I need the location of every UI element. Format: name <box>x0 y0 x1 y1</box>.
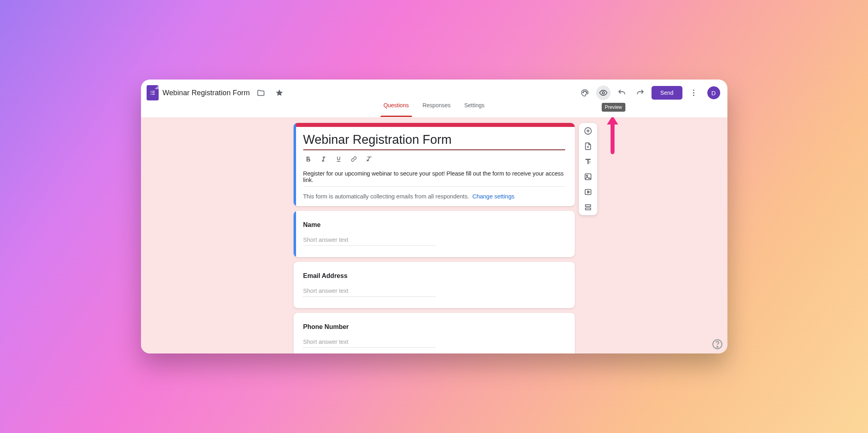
bold-icon <box>304 155 312 163</box>
form-canvas: Webinar Registration Form <box>141 117 727 353</box>
forms-icon <box>149 90 156 96</box>
format-toolbar <box>303 153 565 169</box>
question-answer-placeholder: Short answer text <box>303 288 436 297</box>
add-section-button[interactable] <box>583 202 593 212</box>
palette-icon <box>580 88 589 97</box>
eye-icon <box>599 88 608 97</box>
title-icon: T <box>584 157 592 166</box>
send-button[interactable]: Send <box>652 86 682 100</box>
star-icon <box>275 89 284 97</box>
question-title[interactable]: Name <box>303 221 565 229</box>
preview-tooltip: Preview <box>602 103 625 112</box>
help-icon <box>711 338 723 350</box>
italic-button[interactable] <box>319 155 327 163</box>
header-top-stripe <box>294 123 575 127</box>
link-icon <box>350 155 357 163</box>
header-left-stripe <box>294 123 296 206</box>
svg-point-12 <box>693 92 694 93</box>
link-button[interactable] <box>350 155 358 163</box>
svg-point-0 <box>150 91 151 92</box>
svg-rect-19 <box>585 205 590 207</box>
title-underline <box>303 149 565 150</box>
form-inner: Webinar Registration Form <box>294 123 575 353</box>
account-avatar[interactable]: D <box>707 86 720 99</box>
import-icon <box>584 142 592 151</box>
folder-icon <box>257 89 265 97</box>
redo-button[interactable] <box>633 86 647 100</box>
svg-point-22 <box>717 346 718 347</box>
question-answer-placeholder: Short answer text <box>303 339 436 348</box>
annotation-arrow <box>605 117 621 157</box>
section-icon <box>584 203 592 212</box>
add-title-button[interactable]: T <box>583 157 593 166</box>
svg-rect-5 <box>152 94 155 94</box>
import-questions-button[interactable] <box>583 141 593 151</box>
editor-tabs: Questions Responses Settings <box>141 102 727 117</box>
svg-point-7 <box>584 91 584 92</box>
form-header-card[interactable]: Webinar Registration Form <box>294 123 575 206</box>
customize-theme-button[interactable] <box>578 86 592 100</box>
tab-responses[interactable]: Responses <box>423 102 451 117</box>
app-window: Webinar Registration Form <box>141 80 727 353</box>
svg-point-9 <box>586 92 587 93</box>
undo-button[interactable] <box>615 86 629 100</box>
help-button[interactable] <box>711 338 723 350</box>
more-vertical-icon <box>689 88 698 97</box>
plus-circle-icon <box>584 127 592 135</box>
svg-rect-1 <box>152 91 155 91</box>
clear-format-button[interactable] <box>365 155 373 163</box>
svg-point-8 <box>585 91 586 92</box>
question-title[interactable]: Phone Number <box>303 323 565 331</box>
collect-emails-text: This form is automatically collecting em… <box>303 193 469 200</box>
question-title[interactable]: Email Address <box>303 272 565 280</box>
redo-icon <box>636 88 645 97</box>
svg-point-17 <box>586 175 587 176</box>
star-button[interactable] <box>272 86 287 100</box>
undo-icon <box>617 88 626 97</box>
image-icon <box>584 172 592 181</box>
tab-questions[interactable]: Questions <box>384 102 409 117</box>
question-answer-placeholder: Short answer text <box>303 237 436 246</box>
bold-button[interactable] <box>304 155 312 163</box>
underline-button[interactable] <box>335 155 343 163</box>
add-image-button[interactable] <box>583 172 593 182</box>
document-title[interactable]: Webinar Registration Form <box>163 89 250 97</box>
svg-point-2 <box>150 92 151 93</box>
underline-icon <box>335 155 342 163</box>
question-side-toolbar: T <box>579 123 597 215</box>
svg-text:T: T <box>588 161 590 165</box>
svg-point-4 <box>150 94 151 95</box>
preview-button[interactable] <box>596 86 611 100</box>
add-question-button[interactable] <box>583 126 593 136</box>
svg-point-13 <box>693 95 694 96</box>
svg-rect-20 <box>585 208 590 210</box>
question-card[interactable]: Phone Number Short answer text <box>294 313 575 353</box>
form-description-input[interactable]: Register for our upcoming webinar to sec… <box>303 169 565 186</box>
more-button[interactable] <box>686 86 701 100</box>
top-toolbar: Webinar Registration Form <box>141 80 727 102</box>
move-to-folder-button[interactable] <box>254 86 268 100</box>
clear-format-icon <box>366 155 373 163</box>
form-title-input[interactable]: Webinar Registration Form <box>303 131 565 149</box>
forms-logo[interactable] <box>147 85 159 100</box>
change-settings-link[interactable]: Change settings <box>472 193 515 200</box>
add-video-button[interactable] <box>583 187 593 197</box>
svg-point-10 <box>602 92 605 94</box>
tab-settings[interactable]: Settings <box>464 102 485 117</box>
svg-point-6 <box>583 92 584 93</box>
question-card[interactable]: Email Address Short answer text <box>294 262 575 308</box>
svg-rect-3 <box>152 92 155 93</box>
italic-icon <box>320 155 327 163</box>
question-card[interactable]: Name Short answer text <box>294 211 575 257</box>
video-icon <box>584 188 592 196</box>
svg-point-11 <box>693 90 694 91</box>
collect-emails-notice: This form is automatically collecting em… <box>303 187 565 200</box>
